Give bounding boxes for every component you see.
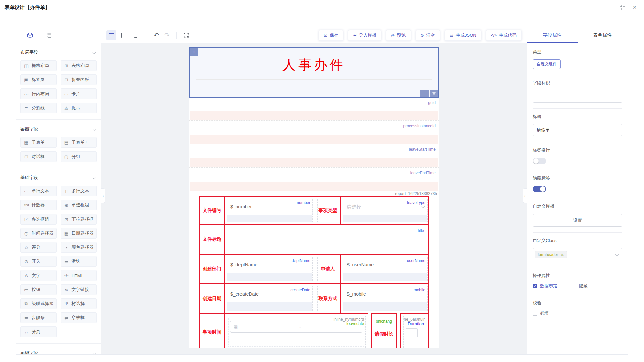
palette-item-对话框[interactable]: ⊡对话框 (20, 151, 57, 162)
palette-item-文字[interactable]: A文字 (20, 270, 57, 281)
text-field[interactable]: title (227, 227, 426, 252)
toolbar-button-生成代码[interactable]: </>生成代码 (486, 30, 522, 41)
palette-item-滑块[interactable]: ☰滑块 (61, 256, 97, 267)
select-field[interactable]: 请选择 leaveType (343, 199, 428, 222)
palette-item-栅格布局[interactable]: ◫栅格布局 (20, 60, 57, 71)
palette-group-header[interactable]: 容器字段 (20, 124, 97, 134)
palette-item-多选框组[interactable]: ☑多选框组 (20, 214, 57, 225)
palette-item-时间选择器[interactable]: ◷时间选择器 (20, 228, 57, 239)
redo-icon[interactable]: ↷ (162, 32, 172, 38)
hide-checkbox[interactable]: ✓ 隐藏 (572, 283, 588, 289)
field-label: 创建日期 (203, 296, 221, 302)
components-tab-cube-icon[interactable] (26, 32, 33, 39)
required-checkbox[interactable]: ✓ 必填 (533, 310, 549, 316)
palette-item-多行文本[interactable]: ▯多行文本 (61, 186, 97, 196)
palette-item-label: 多行文本 (72, 188, 89, 194)
palette-item-日期选择器[interactable]: ▦日期选择器 (61, 228, 97, 239)
palette-item-提示[interactable]: ⚠提示 (61, 103, 97, 113)
palette-item-子表单+[interactable]: ▤子表单+ (61, 137, 97, 148)
duration-input[interactable] (406, 328, 418, 337)
field-id-label: 字段标识 (533, 80, 622, 86)
palette-item-标签页[interactable]: ▣标签页 (20, 74, 57, 85)
hidden-field-processInstanceId[interactable]: processInstanceId (189, 121, 439, 144)
palette-group-header[interactable]: 布局字段 (20, 47, 97, 58)
palette-item-单选框组[interactable]: ◉单选框组 (61, 200, 97, 210)
duration-label-cell[interactable]: shichang 请假时长 (374, 316, 394, 348)
fullscreen-icon[interactable] (181, 32, 192, 38)
palette-item-下拉选择框[interactable]: ⊡下拉选择框 (61, 214, 97, 225)
text-field[interactable]: $_deptName deptName (227, 257, 313, 281)
toolbar-button-清空[interactable]: ⊘清空 (416, 30, 440, 41)
text-field[interactable]: $_userName userName (343, 257, 428, 281)
device-tablet-icon[interactable] (118, 30, 128, 40)
undo-icon[interactable]: ↶ (151, 32, 162, 38)
custom-template-settings-button[interactable]: 设置 (533, 214, 622, 227)
label-wrap-toggle[interactable] (533, 158, 546, 164)
properties-panel: 字段属性 表单属性 类型 自定义组件 字段标识 标题 标签换行 隐藏标签 自定义… (527, 27, 628, 354)
palette-group-header[interactable]: 高级字段 (20, 348, 97, 354)
canvas-scroll: + 人事办件 guidprocessInstanceIdleaveStartTi… (101, 43, 527, 354)
palette-item-表格布局[interactable]: ⊞表格布局 (61, 60, 97, 71)
bind-label: guid (189, 98, 439, 111)
palette-item-树选择[interactable]: Ψ树选择 (61, 298, 97, 309)
palette-item-文字链接[interactable]: ∞文字链接 (61, 284, 97, 295)
selected-form-header-component[interactable]: + 人事办件 (189, 47, 439, 98)
palette-group-header[interactable]: 基础字段 (20, 172, 97, 183)
copy-component-icon[interactable] (420, 90, 429, 97)
palette-item-颜色选择器[interactable]: ◔颜色选择器 (61, 242, 97, 253)
remove-tag-icon[interactable]: ✕ (560, 253, 564, 257)
palette-item-行内布局[interactable]: ⋯行内布局 (20, 88, 57, 99)
custom-class-select[interactable]: formheader ✕ (533, 248, 622, 261)
palette-item-评分[interactable]: ☆评分 (20, 242, 57, 253)
data-bind-checkbox[interactable]: ✓ 数据绑定 (533, 283, 557, 289)
palette-item-级联选择器[interactable]: ⧉级联选择器 (20, 298, 57, 309)
field-label: 联系方式 (319, 296, 337, 302)
collapse-left-panel-handle[interactable]: ‹ (101, 188, 105, 203)
palette-item-折叠面板[interactable]: ⊟折叠面板 (61, 74, 97, 85)
palette-item-HTML[interactable]: </>HTML (61, 270, 97, 281)
palette-item-分组[interactable]: ▢分组 (61, 151, 97, 162)
compress-window-icon[interactable] (620, 5, 625, 10)
hidden-field-leaveStartTime[interactable]: leaveStartTime (189, 145, 439, 168)
tab-form-properties[interactable]: 表单属性 (578, 27, 628, 43)
palette-item-按钮[interactable]: ▭按钮 (20, 284, 57, 295)
date-range-input[interactable]: ▦ - (230, 321, 362, 333)
palette-item-label: 分割线 (32, 105, 45, 111)
field-id-input[interactable] (533, 90, 622, 103)
text-field[interactable]: $_number number (227, 199, 313, 222)
toolbar-button-保存[interactable]: ☑保存 (319, 30, 343, 41)
hidden-field-guid[interactable]: guid (189, 98, 439, 121)
close-icon[interactable]: ✕ (632, 4, 637, 10)
outline-tree-tab-icon[interactable] (46, 32, 52, 38)
palette-item-单行文本[interactable]: ▭单行文本 (20, 186, 57, 196)
move-handle-icon[interactable]: + (190, 48, 198, 56)
toolbar-button-生成JSON[interactable]: ▤生成JSON (445, 30, 481, 41)
palette-item-计数器[interactable]: 123计数器 (20, 200, 57, 210)
palette-item-卡片[interactable]: ▭卡片 (61, 88, 97, 99)
palette-item-穿梭框[interactable]: ⇄穿梭框 (61, 312, 97, 323)
title-input[interactable] (533, 124, 622, 136)
tab-field-properties[interactable]: 字段属性 (527, 27, 578, 43)
device-phone-icon[interactable] (130, 30, 141, 40)
palette-item-icon: ▢ (64, 154, 69, 159)
text-field[interactable]: $_mobile mobile (343, 286, 428, 311)
toolbar-button-预览[interactable]: ◎预览 (386, 30, 411, 41)
hidden-field-leaveEndTime[interactable]: leaveEndTime (189, 168, 439, 191)
palette-item-子表单[interactable]: ▦子表单 (20, 137, 57, 148)
collapse-right-panel-handle[interactable]: › (523, 188, 527, 203)
field-value: $_deptName (230, 262, 257, 267)
hide-label-toggle[interactable] (533, 186, 546, 192)
text-field[interactable]: $_createDate createDate (227, 286, 313, 311)
delete-component-icon[interactable] (430, 90, 438, 97)
palette-item-分页[interactable]: ↔分页 (20, 326, 57, 337)
form-page[interactable]: + 人事办件 guidprocessInstanceIdleaveStartTi… (189, 47, 439, 348)
toolbar-button-导入模板[interactable]: ↩导入模板 (348, 30, 381, 41)
palette-item-开关[interactable]: ⊙开关 (20, 256, 57, 267)
table-layout[interactable]: 文件编号 $_number number 事项类型 请选择 leaveType (199, 196, 429, 348)
palette-item-步骤条[interactable]: ≣步骤条 (20, 312, 57, 323)
device-desktop-icon[interactable] (106, 30, 116, 40)
date-range-field[interactable]: inline_nym8mcrd leavedate ▦ - (227, 316, 366, 348)
palette-item-分割线[interactable]: ≡分割线 (20, 103, 57, 113)
duration-field[interactable]: ine_6ai0h8lr Duration (403, 316, 426, 348)
palette-group-label: 容器字段 (20, 126, 38, 132)
